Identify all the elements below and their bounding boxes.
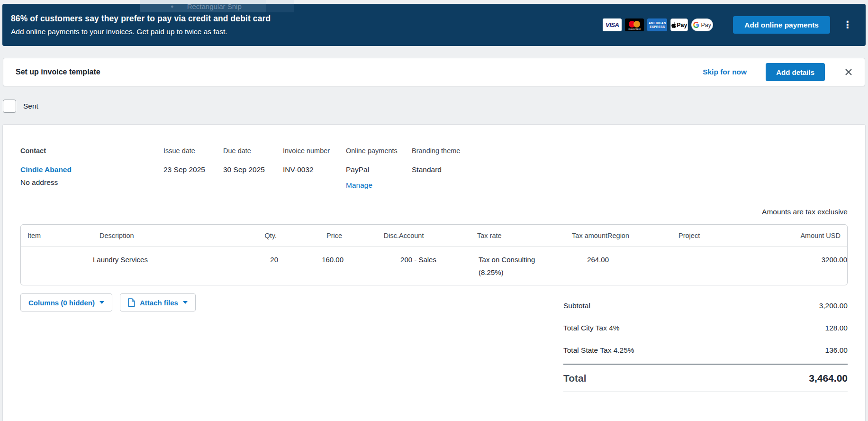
close-icon[interactable]: [845, 68, 852, 76]
branding-theme-label: Branding theme: [412, 147, 460, 155]
template-bar-title: Set up invoice template: [16, 68, 100, 76]
due-date-label: Due date: [223, 147, 283, 155]
table-row[interactable]: Laundry Services 20 160.00 200 - Sales T…: [21, 247, 847, 285]
online-payments-label: Online payments: [346, 147, 412, 155]
cell-tax-rate[interactable]: Tax on Consulting(8.25%): [479, 253, 570, 279]
contact-address: No address: [20, 178, 163, 187]
col-price: Price: [277, 232, 342, 239]
google-pay-text: Pay: [701, 22, 711, 28]
visa-text: VISA: [606, 21, 619, 28]
state-tax-value: 136.00: [825, 346, 848, 355]
field-invoice-number: Invoice number INV-0032: [283, 147, 346, 190]
document-icon: [128, 298, 135, 307]
template-bar-actions: Skip for now Add details: [703, 63, 852, 81]
contact-label: Contact: [20, 147, 163, 155]
apple-pay-text: Pay: [677, 22, 687, 28]
mastercard-text: mastercard: [628, 28, 641, 30]
total-row: Total 3,464.00: [563, 365, 848, 392]
online-payments-promo-banner: 86% of customers say they prefer to pay …: [2, 4, 866, 46]
contact-name-link[interactable]: Cindie Abaned: [20, 165, 163, 174]
visa-logo-icon: VISA: [603, 18, 622, 31]
cell-qty[interactable]: 20: [235, 253, 278, 279]
banner-right-group: VISA mastercard AMERICAN EXPRESS Pay: [603, 16, 856, 34]
payment-card-logos: VISA mastercard AMERICAN EXPRESS Pay: [603, 18, 713, 31]
cell-tax-amount[interactable]: 264.00: [570, 253, 609, 279]
amex-logo-icon: AMERICAN EXPRESS: [647, 18, 667, 31]
invoice-number-value[interactable]: INV-0032: [283, 165, 346, 174]
due-date-value[interactable]: 30 Sep 2025: [223, 165, 283, 174]
line-items-table: Item Description Qty. Price Disc. Accoun…: [20, 224, 848, 285]
issue-date-value[interactable]: 23 Sep 2025: [163, 165, 223, 174]
chevron-down-icon: [99, 301, 104, 304]
mastercard-circles: [629, 21, 640, 27]
table-footer-area: Columns (0 hidden) Attach files Subtotal…: [20, 293, 848, 392]
invoice-header-fields: Contact Cindie Abaned No address Issue d…: [20, 125, 848, 190]
field-issue-date: Issue date 23 Sep 2025: [163, 147, 223, 190]
add-details-button[interactable]: Add details: [766, 63, 825, 81]
col-tax-amount: Tax amount: [569, 232, 607, 239]
field-online-payments: Online payments PayPal Manage: [346, 147, 412, 190]
col-account: Account: [399, 232, 477, 239]
google-g-icon: [693, 22, 699, 28]
city-tax-label: Total City Tax 4%: [563, 324, 620, 332]
banner-copy: 86% of customers say they prefer to pay …: [11, 14, 271, 36]
sent-checkbox[interactable]: [3, 100, 16, 113]
amex-line2: EXPRESS: [650, 25, 665, 29]
skip-for-now-link[interactable]: Skip for now: [703, 68, 747, 76]
tax-rate-line2: (8.25%): [479, 266, 570, 279]
attach-files-button[interactable]: Attach files: [120, 293, 196, 311]
snip-toolbar-remnant: ● Rectangular Snip: [140, 0, 266, 12]
col-tax-rate: Tax rate: [477, 232, 569, 239]
cell-project[interactable]: [680, 253, 756, 279]
branding-theme-value[interactable]: Standard: [412, 165, 460, 174]
cell-item[interactable]: [21, 253, 93, 279]
invoice-number-label: Invoice number: [283, 147, 346, 155]
col-item: Item: [27, 232, 99, 239]
mastercard-logo-icon: mastercard: [625, 18, 644, 31]
amex-line1: AMERICAN: [649, 21, 666, 25]
sent-status-row: Sent: [3, 100, 38, 113]
banner-subtext: Add online payments to your invoices. Ge…: [11, 27, 271, 36]
table-action-buttons: Columns (0 hidden) Attach files: [20, 293, 196, 311]
google-pay-logo-icon: Pay: [691, 18, 713, 31]
total-label: Total: [563, 373, 587, 384]
add-online-payments-button[interactable]: Add online payments: [733, 16, 830, 34]
field-contact: Contact Cindie Abaned No address: [20, 147, 163, 190]
col-project: Project: [678, 232, 754, 239]
state-tax-label: Total State Tax 4.25%: [563, 346, 634, 355]
subtotal-row: Subtotal 3,200.00: [563, 294, 848, 317]
cell-description[interactable]: Laundry Services: [93, 253, 235, 279]
columns-button[interactable]: Columns (0 hidden): [20, 293, 112, 311]
apple-pay-logo-icon: Pay: [670, 18, 688, 31]
invoice-card: Contact Cindie Abaned No address Issue d…: [2, 124, 866, 421]
field-due-date: Due date 30 Sep 2025: [223, 147, 283, 190]
online-payments-value: PayPal: [346, 165, 412, 174]
state-tax-row: Total State Tax 4.25% 136.00: [563, 339, 848, 361]
col-qty: Qty.: [233, 232, 277, 239]
kebab-menu-icon[interactable]: ⋮: [842, 20, 852, 30]
col-disc: Disc.: [342, 232, 399, 239]
setup-invoice-template-bar: Set up invoice template Skip for now Add…: [3, 58, 865, 86]
columns-button-label: Columns (0 hidden): [28, 299, 95, 307]
tax-rate-line1: Tax on Consulting: [479, 253, 570, 266]
col-description: Description: [99, 232, 233, 239]
cell-price[interactable]: 160.00: [278, 253, 344, 279]
cell-amount[interactable]: 3200.00: [756, 253, 847, 279]
sent-checkbox-label: Sent: [23, 102, 38, 110]
city-tax-row: Total City Tax 4% 128.00: [563, 317, 848, 339]
manage-link[interactable]: Manage: [346, 181, 412, 190]
total-value: 3,464.00: [809, 373, 848, 384]
cell-region[interactable]: [609, 253, 680, 279]
cell-account[interactable]: 200 - Sales: [400, 253, 479, 279]
tax-exclusive-note: Amounts are tax exclusive: [20, 207, 848, 217]
totals-panel: Subtotal 3,200.00 Total City Tax 4% 128.…: [563, 293, 848, 392]
chevron-down-icon: [183, 301, 188, 304]
table-header-row: Item Description Qty. Price Disc. Accoun…: [21, 225, 847, 247]
col-amount-usd: Amount USD: [754, 232, 841, 239]
issue-date-label: Issue date: [163, 147, 223, 155]
snip-bullet-icon: ●: [171, 4, 174, 9]
attach-files-label: Attach files: [140, 299, 178, 307]
subtotal-value: 3,200.00: [819, 302, 848, 310]
cell-disc[interactable]: [344, 253, 400, 279]
col-region: Region: [607, 232, 678, 239]
